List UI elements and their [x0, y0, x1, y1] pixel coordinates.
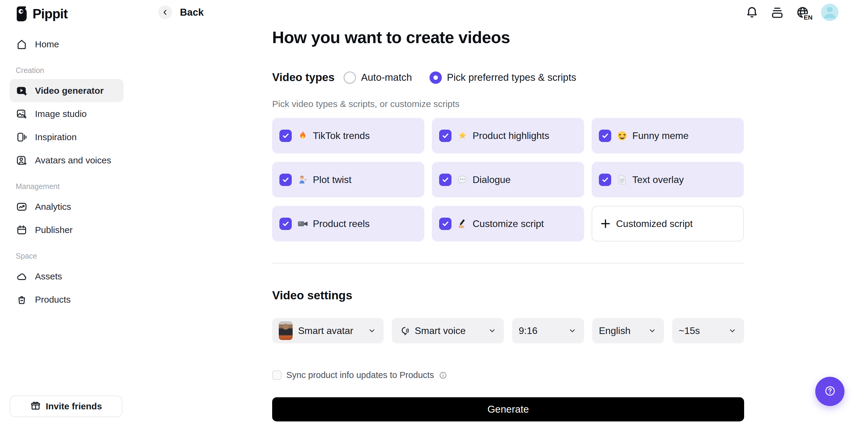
sidebar-item-label: Publisher	[35, 225, 73, 235]
question-mark-icon	[822, 383, 838, 400]
add-custom-script-card[interactable]: Customized script	[592, 206, 744, 241]
sidebar-item-inspiration[interactable]: Inspiration	[10, 125, 124, 149]
dropdown-smart-voice[interactable]: Smart voice	[392, 318, 504, 343]
radio-auto-match[interactable]: Auto-match	[344, 71, 412, 84]
brand-name: Pippit	[33, 6, 67, 21]
writing-hand-emoji	[457, 218, 468, 230]
sidebar-section-label: Management	[16, 182, 124, 191]
sidebar: Pippit HomeCreationVideo generatorImage …	[0, 0, 133, 422]
video-type-label: Customized script	[616, 218, 692, 230]
chevron-down-icon	[488, 326, 497, 335]
dropdown-value: 9:16	[519, 325, 564, 336]
checkbox-tiktok-trends[interactable]	[279, 130, 292, 142]
sidebar-item-label: Avatars and voices	[35, 155, 111, 165]
sidebar-item-home[interactable]: Home	[10, 33, 124, 56]
video-types-row: Video types Auto-matchPick preferred typ…	[272, 68, 744, 87]
generate-button[interactable]: Generate	[272, 397, 744, 421]
assets-icon	[16, 270, 28, 282]
laughing-emoji	[616, 130, 628, 141]
sidebar-item-label: Analytics	[35, 202, 71, 212]
video-type-card-product-reels[interactable]: Product reels	[272, 206, 424, 241]
inspiration-icon	[16, 131, 28, 143]
dropdown-english[interactable]: English	[592, 318, 664, 343]
language-label: EN	[803, 14, 812, 21]
dropdown-value: Smart avatar	[298, 325, 363, 336]
sidebar-nav: HomeCreationVideo generatorImage studioI…	[10, 33, 124, 311]
help-button[interactable]	[815, 377, 844, 406]
app-root: Pippit HomeCreationVideo generatorImage …	[0, 0, 868, 422]
sidebar-section-label: Creation	[16, 66, 124, 75]
video-type-label: Plot twist	[313, 174, 351, 185]
brand-logo[interactable]: Pippit	[15, 6, 133, 22]
notification-bell-icon[interactable]	[745, 5, 759, 19]
main-content: How you want to create videos Video type…	[272, 0, 744, 422]
glowing-star-emoji	[457, 130, 468, 141]
radio-label: Pick preferred types & scripts	[447, 72, 576, 83]
video-type-card-dialogue[interactable]: Dialogue	[432, 162, 584, 198]
checkbox-customize-script[interactable]	[439, 218, 452, 230]
radio-circle[interactable]	[344, 71, 356, 84]
sidebar-item-products[interactable]: Products	[10, 288, 124, 311]
info-icon[interactable]	[439, 371, 447, 380]
sidebar-item-label: Home	[35, 39, 59, 50]
video-type-card-plot-twist[interactable]: Plot twist	[272, 162, 424, 198]
video-type-card-customize-script[interactable]: Customize script	[432, 206, 584, 241]
sync-label: Sync product info updates to Products	[286, 370, 434, 380]
products-icon	[16, 294, 28, 306]
plus-icon	[599, 218, 612, 230]
checkbox-funny-meme[interactable]	[599, 130, 611, 142]
back-button[interactable]: Back	[158, 5, 204, 19]
invite-friends-button[interactable]: Invite friends	[10, 395, 122, 417]
gift-icon	[30, 400, 41, 413]
pippit-logo-icon	[15, 6, 28, 21]
radio-circle[interactable]	[430, 71, 442, 84]
chevron-down-icon	[367, 326, 376, 335]
dropdown-9-16[interactable]: 9:16	[512, 318, 584, 343]
video-type-grid: TikTok trendsProduct highlightsFunny mem…	[272, 118, 744, 241]
page-title: How you want to create videos	[272, 28, 510, 47]
dropdown-15s[interactable]: ~15s	[672, 318, 744, 343]
video-types-helper: Pick video types & scripts, or customize…	[272, 99, 460, 109]
sidebar-item-assets[interactable]: Assets	[10, 265, 124, 288]
video-type-card-product-highlights[interactable]: Product highlights	[432, 118, 584, 153]
dropdown-value: ~15s	[679, 325, 724, 336]
home-icon	[16, 38, 28, 50]
chevron-down-icon	[568, 326, 577, 335]
sidebar-item-analytics[interactable]: Analytics	[10, 195, 124, 218]
sidebar-item-publisher[interactable]: Publisher	[10, 218, 124, 241]
video-type-card-tiktok-trends[interactable]: TikTok trends	[272, 118, 424, 153]
language-globe-icon[interactable]: EN	[796, 5, 809, 19]
chevron-down-icon	[648, 326, 657, 335]
video-types-label: Video types	[272, 71, 344, 84]
page-emoji	[616, 174, 628, 185]
video-settings-title: Video settings	[272, 289, 352, 302]
sidebar-item-video-generator[interactable]: Video generator	[10, 79, 124, 102]
checkbox-text-overlay[interactable]	[599, 174, 611, 186]
chevron-left-icon	[158, 5, 172, 19]
sync-checkbox[interactable]	[272, 370, 281, 380]
voice-icon	[398, 325, 409, 336]
checkbox-plot-twist[interactable]	[279, 174, 292, 186]
video-settings-row: Smart avatarSmart voice9:16English~15s	[272, 318, 744, 343]
radio-label: Auto-match	[361, 72, 412, 83]
chevron-down-icon	[728, 326, 737, 335]
topbar-icons: EN	[745, 4, 838, 21]
video-type-label: Dialogue	[472, 174, 510, 185]
video-type-card-text-overlay[interactable]: Text overlay	[592, 162, 744, 198]
checkbox-dialogue[interactable]	[439, 174, 452, 186]
checkbox-product-highlights[interactable]	[439, 130, 452, 142]
video-type-label: Product reels	[313, 218, 370, 230]
dropdown-smart-avatar[interactable]: Smart avatar	[272, 318, 384, 343]
user-avatar[interactable]	[821, 4, 838, 21]
avatar-thumbnail-image	[279, 321, 293, 340]
video-type-card-funny-meme[interactable]: Funny meme	[592, 118, 744, 153]
video-type-label: Text overlay	[632, 174, 684, 185]
sidebar-item-image-studio[interactable]: Image studio	[10, 102, 124, 125]
dropdown-value: English	[599, 325, 644, 336]
checkbox-product-reels[interactable]	[279, 218, 292, 230]
speech-balloon-emoji	[457, 174, 468, 185]
sidebar-item-avatars-and-voices[interactable]: Avatars and voices	[10, 149, 124, 172]
stack-icon[interactable]	[770, 5, 784, 19]
radio-pick-preferred-types-scripts[interactable]: Pick preferred types & scripts	[430, 71, 576, 84]
video-type-label: Product highlights	[472, 130, 549, 141]
